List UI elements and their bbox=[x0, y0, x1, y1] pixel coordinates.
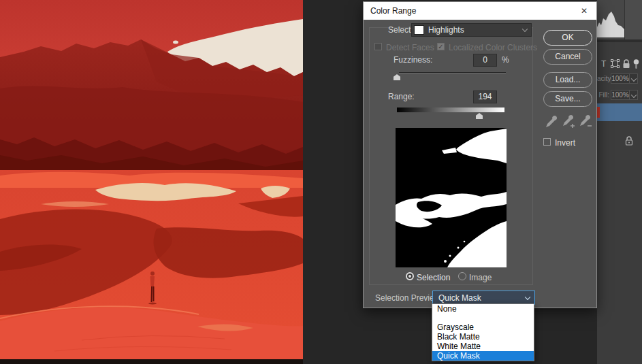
image-radio-label: Image bbox=[469, 273, 492, 282]
save-button[interactable]: Save... bbox=[543, 91, 592, 107]
range-gradient-track[interactable] bbox=[397, 107, 504, 112]
histogram-panel bbox=[597, 0, 642, 39]
range-label: Range: bbox=[388, 92, 415, 101]
invert-label: Invert bbox=[555, 138, 575, 148]
fill-row: Fill: 100% bbox=[597, 90, 642, 100]
select-dropdown-value: Highlights bbox=[428, 25, 464, 35]
load-button[interactable]: Load... bbox=[543, 72, 592, 88]
fill-label: Fill: bbox=[597, 91, 609, 99]
selection-preview-options-list: None Grayscale Black Matte White Matte Q… bbox=[432, 303, 534, 361]
cancel-button[interactable]: Cancel bbox=[543, 49, 592, 65]
eyedropper-minus-icon[interactable] bbox=[579, 114, 594, 129]
layer-thumbnail-sliver bbox=[597, 107, 600, 118]
canvas-image[interactable] bbox=[0, 0, 303, 364]
layer-lock-row: T bbox=[597, 59, 642, 71]
photoshop-workspace: T acity: 100% Fill: 100% bbox=[0, 0, 642, 364]
selection-radio[interactable] bbox=[406, 272, 414, 280]
panel-divider bbox=[597, 39, 642, 42]
selection-preview-value: Quick Mask bbox=[438, 293, 481, 303]
eyedropper-icon[interactable] bbox=[545, 114, 560, 129]
dialog-title: Color Range bbox=[370, 2, 416, 20]
option-none[interactable]: None bbox=[432, 304, 534, 314]
color-range-dialog: Color Range ✕ Select: Highlights Detect … bbox=[363, 1, 597, 308]
invert-checkbox[interactable] bbox=[543, 138, 551, 146]
eyedropper-plus-icon[interactable] bbox=[562, 114, 577, 129]
localized-clusters-label: Localized Color Clusters bbox=[449, 43, 537, 52]
lock-position-icon[interactable] bbox=[611, 59, 620, 68]
opacity-value[interactable]: 100% bbox=[611, 73, 630, 84]
select-dropdown[interactable]: Highlights bbox=[411, 23, 532, 37]
lock-all-icon[interactable] bbox=[622, 59, 630, 69]
right-panel-strip: T acity: 100% Fill: 100% bbox=[597, 0, 642, 364]
range-input[interactable]: 194 bbox=[473, 90, 497, 103]
selected-layer-row[interactable] bbox=[597, 103, 642, 121]
detect-faces-label: Detect Faces bbox=[386, 43, 434, 52]
fuzziness-slider-track[interactable] bbox=[399, 72, 506, 73]
detect-faces-checkbox[interactable] bbox=[374, 43, 382, 50]
fill-dropdown-chevron-icon[interactable] bbox=[630, 90, 638, 100]
opacity-label: acity: bbox=[597, 75, 609, 82]
select-label: Select: bbox=[388, 25, 413, 35]
fuzziness-unit: % bbox=[502, 55, 509, 65]
close-icon[interactable]: ✕ bbox=[576, 2, 592, 20]
option-white-matte[interactable]: White Matte bbox=[432, 342, 534, 351]
fill-dot-icon[interactable] bbox=[633, 59, 639, 69]
fill-value[interactable]: 100% bbox=[611, 90, 630, 100]
option-quick-mask[interactable]: Quick Mask bbox=[432, 351, 534, 361]
fuzziness-label: Fuzziness: bbox=[394, 55, 432, 65]
selection-radio-label: Selection bbox=[417, 273, 450, 282]
image-radio[interactable] bbox=[458, 272, 466, 280]
options-spacer bbox=[432, 314, 534, 322]
dialog-titlebar[interactable]: Color Range ✕ bbox=[364, 2, 596, 20]
color-swatch bbox=[414, 25, 424, 35]
localized-clusters-checkbox[interactable]: ✓ bbox=[437, 43, 445, 50]
opacity-dropdown-chevron-icon[interactable] bbox=[630, 73, 638, 84]
selection-preview-chevron-icon bbox=[523, 293, 532, 303]
selection-preview-dropdown[interactable]: Quick Mask bbox=[432, 291, 535, 305]
select-chevron-icon bbox=[520, 25, 530, 35]
opacity-row: acity: 100% bbox=[597, 73, 642, 84]
fuzziness-input[interactable]: 0 bbox=[473, 54, 497, 67]
background-layer-lock-icon bbox=[625, 135, 633, 146]
option-black-matte[interactable]: Black Matte bbox=[432, 332, 534, 342]
option-grayscale[interactable]: Grayscale bbox=[432, 322, 534, 332]
ok-button[interactable]: OK bbox=[543, 30, 592, 46]
desert-quick-mask-image bbox=[0, 0, 303, 364]
selection-mask-preview[interactable] bbox=[396, 128, 507, 267]
lock-text-icon[interactable]: T bbox=[601, 59, 606, 69]
